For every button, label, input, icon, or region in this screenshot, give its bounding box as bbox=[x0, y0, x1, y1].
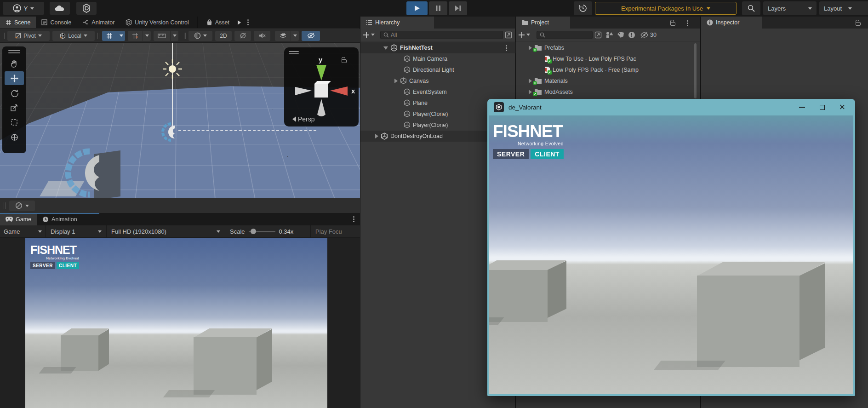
render-mode-dropdown[interactable] bbox=[188, 31, 212, 41]
hidden-count-toggle[interactable]: 30 bbox=[640, 32, 657, 38]
perspective-toggle[interactable]: Persp bbox=[292, 115, 315, 123]
version-control-button[interactable] bbox=[76, 2, 97, 15]
grid-snap-dropdown[interactable] bbox=[117, 31, 125, 41]
tab-project[interactable]: Project bbox=[516, 17, 570, 29]
game-target-dropdown[interactable]: Game bbox=[0, 225, 46, 238]
tab-animation[interactable]: Animation bbox=[37, 213, 83, 225]
maximize-button[interactable] bbox=[812, 101, 832, 113]
cloud-button[interactable] bbox=[50, 2, 70, 15]
tab-scroll-right-button[interactable] bbox=[235, 17, 244, 28]
foldout-closed-icon[interactable] bbox=[529, 90, 532, 94]
scene-lighting-toggle[interactable] bbox=[234, 31, 251, 41]
gameobject-row[interactable]: Main Camera bbox=[360, 53, 515, 64]
scale-slider[interactable] bbox=[249, 231, 275, 232]
tab-inspector[interactable]: Inspector bbox=[701, 17, 762, 29]
search-by-type-button[interactable] bbox=[605, 31, 613, 38]
tab-scene[interactable]: Scene bbox=[0, 17, 36, 28]
tab-unity-version-control[interactable]: Unity Version Control bbox=[120, 17, 194, 28]
account-button[interactable]: Y bbox=[3, 2, 44, 15]
step-button[interactable] bbox=[449, 1, 467, 15]
foldout-open-icon[interactable] bbox=[383, 46, 388, 50]
server-button[interactable]: SERVER bbox=[493, 149, 529, 159]
search-by-label-button[interactable] bbox=[617, 31, 624, 38]
close-button[interactable]: × bbox=[832, 101, 852, 113]
inspector-lock-icon[interactable] bbox=[856, 22, 861, 26]
scene-audio-toggle[interactable] bbox=[254, 31, 270, 41]
transform-tool-button[interactable] bbox=[5, 130, 24, 144]
project-search-input[interactable] bbox=[537, 31, 593, 39]
foldout-closed-icon[interactable] bbox=[375, 134, 378, 138]
toolbar-grip[interactable] bbox=[184, 33, 186, 39]
experimental-packages-button[interactable]: Experimental Packages In Use bbox=[595, 2, 737, 15]
foldout-closed-icon[interactable] bbox=[529, 46, 532, 50]
resolution-dropdown[interactable]: Full HD (1920x1080) bbox=[107, 225, 225, 238]
scene-orientation-gizmo[interactable]: y x Persp bbox=[284, 47, 359, 126]
foldout-closed-icon[interactable] bbox=[529, 79, 532, 83]
layers-dropdown[interactable]: Layers bbox=[763, 1, 817, 15]
scene-row[interactable]: FishNetTest bbox=[360, 42, 515, 53]
game-viewport[interactable]: FISHNET Networking Evolved SERVER CLIENT bbox=[0, 238, 360, 408]
camera-view-dropdown[interactable] bbox=[9, 201, 35, 211]
client-button[interactable]: CLIENT bbox=[57, 262, 79, 269]
toolbar-grip[interactable] bbox=[3, 33, 5, 39]
undo-history-button[interactable] bbox=[574, 1, 592, 15]
layout-dropdown[interactable]: Layout bbox=[819, 1, 868, 15]
scale-slider-knob[interactable] bbox=[251, 229, 256, 234]
palette-drag-handle[interactable] bbox=[8, 50, 20, 53]
gameobject-row[interactable]: Directional Light bbox=[360, 64, 515, 75]
gameobject-row[interactable]: Canvas bbox=[360, 75, 515, 86]
effects-dropdown[interactable] bbox=[291, 31, 299, 41]
save-search-button[interactable] bbox=[505, 31, 512, 39]
measure-tool-toggle[interactable] bbox=[154, 31, 170, 41]
project-menu-button[interactable] bbox=[687, 20, 688, 26]
add-object-dropdown[interactable] bbox=[371, 34, 375, 36]
scene-row-menu[interactable] bbox=[506, 45, 507, 51]
local-dropdown[interactable]: Local bbox=[52, 31, 95, 41]
scale-tool-button[interactable] bbox=[5, 101, 24, 115]
floating-game-window[interactable]: de_Valorant × FISHNET Networking Evolved… bbox=[487, 99, 855, 396]
project-folder-row[interactable]: ModAssets bbox=[516, 86, 701, 98]
pivot-dropdown[interactable]: Pivot bbox=[7, 31, 50, 41]
tab-hierarchy[interactable]: Hierarchy bbox=[360, 17, 434, 29]
2d-toggle[interactable]: 2D bbox=[215, 31, 232, 41]
hand-tool-button[interactable] bbox=[5, 57, 24, 70]
client-button[interactable]: CLIENT bbox=[531, 149, 564, 159]
search-button[interactable] bbox=[742, 1, 760, 15]
increment-snap-dropdown[interactable] bbox=[143, 31, 151, 41]
game-panel-menu-button[interactable] bbox=[353, 216, 354, 222]
add-object-button[interactable] bbox=[363, 32, 369, 38]
foldout-closed-icon[interactable] bbox=[394, 79, 398, 83]
hierarchy-search-input[interactable]: All bbox=[380, 31, 503, 39]
tab-asset-store[interactable]: Asset bbox=[201, 17, 235, 28]
toolbar-grip[interactable] bbox=[97, 33, 99, 39]
effects-toggle[interactable] bbox=[275, 31, 291, 41]
play-button[interactable] bbox=[406, 1, 428, 15]
pause-button[interactable] bbox=[429, 1, 447, 15]
warnings-filter-button[interactable] bbox=[628, 31, 635, 39]
tab-console[interactable]: Console bbox=[36, 17, 77, 28]
grid-snap-toggle[interactable] bbox=[102, 31, 117, 41]
project-folder-row[interactable]: Materials bbox=[516, 75, 701, 86]
tab-game[interactable]: Game bbox=[0, 213, 37, 225]
project-scrollbar[interactable] bbox=[694, 43, 697, 98]
project-doc-row[interactable]: How To Use - Low Poly FPS Pac bbox=[516, 53, 701, 64]
display-dropdown[interactable]: Display 1 bbox=[46, 225, 107, 238]
save-search-button[interactable] bbox=[594, 31, 602, 39]
play-focused-dropdown[interactable]: Play Focu bbox=[311, 225, 347, 238]
rotate-tool-button[interactable] bbox=[5, 86, 24, 100]
measure-tool-dropdown[interactable] bbox=[170, 31, 178, 41]
scene-viewport[interactable]: y x Persp bbox=[0, 43, 360, 198]
panel-menu-button[interactable] bbox=[244, 17, 252, 28]
add-asset-dropdown[interactable] bbox=[526, 34, 530, 36]
rect-tool-button[interactable] bbox=[5, 115, 24, 129]
move-tool-button[interactable] bbox=[5, 71, 24, 85]
gameobject-row[interactable]: EventSystem bbox=[360, 86, 515, 98]
tab-animator[interactable]: Animator bbox=[77, 17, 120, 28]
project-folder-row[interactable]: Prefabs bbox=[516, 42, 701, 53]
increment-snap-toggle[interactable] bbox=[128, 31, 143, 41]
project-lock-icon[interactable] bbox=[670, 22, 675, 26]
server-button[interactable]: SERVER bbox=[30, 262, 55, 269]
window-titlebar[interactable]: de_Valorant × bbox=[487, 99, 855, 115]
scene-visibility-toggle[interactable] bbox=[302, 31, 320, 41]
add-asset-button[interactable] bbox=[519, 32, 525, 38]
